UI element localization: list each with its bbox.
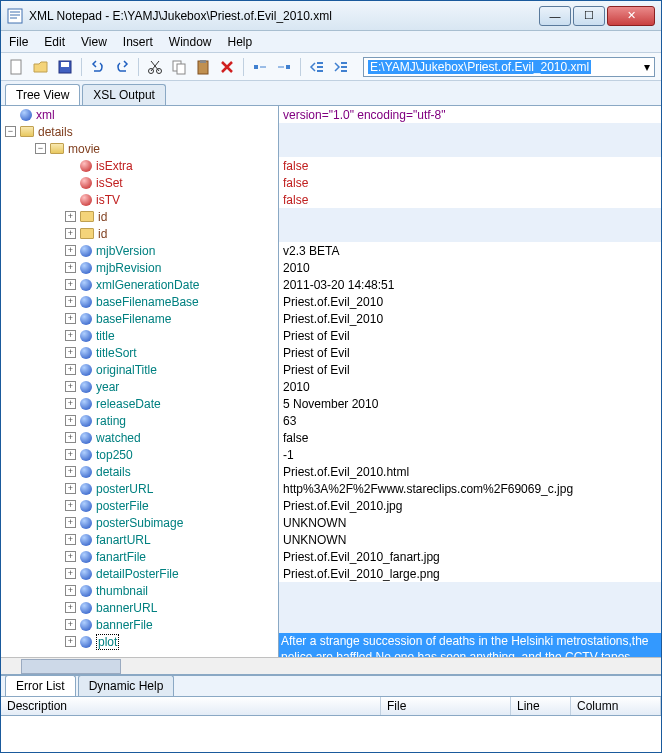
insert-before-button[interactable] bbox=[250, 57, 270, 77]
tab-dynamic-help[interactable]: Dynamic Help bbox=[78, 675, 175, 696]
node-posterurl[interactable]: posterURL bbox=[96, 482, 153, 496]
value-xmlgendate[interactable]: 2011-03-20 14:48:51 bbox=[279, 276, 661, 293]
expander[interactable]: + bbox=[65, 398, 76, 409]
node-year[interactable]: year bbox=[96, 380, 119, 394]
node-xml[interactable]: xml bbox=[36, 108, 55, 122]
node-isset[interactable]: isSet bbox=[96, 176, 123, 190]
redo-button[interactable] bbox=[112, 57, 132, 77]
outdent-button[interactable] bbox=[307, 57, 327, 77]
node-details[interactable]: details bbox=[38, 125, 73, 139]
node-basefilename[interactable]: baseFilename bbox=[96, 312, 171, 326]
value-fanartfile[interactable]: Priest.of.Evil_2010_fanart.jpg bbox=[279, 548, 661, 565]
value-details[interactable]: Priest.of.Evil_2010.html bbox=[279, 463, 661, 480]
expander[interactable]: + bbox=[65, 585, 76, 596]
node-istv[interactable]: isTV bbox=[96, 193, 120, 207]
expander[interactable]: + bbox=[65, 347, 76, 358]
node-movie[interactable]: movie bbox=[68, 142, 100, 156]
value-titlesort[interactable]: Priest of Evil bbox=[279, 344, 661, 361]
node-watched[interactable]: watched bbox=[96, 431, 141, 445]
col-column[interactable]: Column bbox=[571, 697, 661, 715]
node-isextra[interactable]: isExtra bbox=[96, 159, 133, 173]
address-bar[interactable]: E:\YAMJ\Jukebox\Priest.of.Evil_2010.xml … bbox=[363, 57, 655, 77]
node-postersubimage[interactable]: posterSubimage bbox=[96, 516, 183, 530]
expander[interactable]: + bbox=[65, 500, 76, 511]
col-line[interactable]: Line bbox=[511, 697, 571, 715]
menu-help[interactable]: Help bbox=[228, 35, 253, 49]
expander[interactable]: + bbox=[65, 415, 76, 426]
value-top250[interactable]: -1 bbox=[279, 446, 661, 463]
expander[interactable]: + bbox=[65, 517, 76, 528]
value-title[interactable]: Priest of Evil bbox=[279, 327, 661, 344]
paste-button[interactable] bbox=[193, 57, 213, 77]
value-istv[interactable]: false bbox=[279, 191, 661, 208]
col-description[interactable]: Description bbox=[1, 697, 381, 715]
value-basefilename[interactable]: Priest.of.Evil_2010 bbox=[279, 310, 661, 327]
expander[interactable]: + bbox=[65, 534, 76, 545]
indent-button[interactable] bbox=[331, 57, 351, 77]
expander[interactable]: + bbox=[65, 364, 76, 375]
maximize-button[interactable]: ☐ bbox=[573, 6, 605, 26]
value-fanarturl[interactable]: UNKNOWN bbox=[279, 531, 661, 548]
value-detailposterfile[interactable]: Priest.of.Evil_2010_large.png bbox=[279, 565, 661, 582]
expander[interactable]: + bbox=[65, 245, 76, 256]
expander[interactable]: + bbox=[65, 619, 76, 630]
tab-error-list[interactable]: Error List bbox=[5, 675, 76, 696]
menu-edit[interactable]: Edit bbox=[44, 35, 65, 49]
node-thumbnail[interactable]: thumbnail bbox=[96, 584, 148, 598]
cut-button[interactable] bbox=[145, 57, 165, 77]
insert-after-button[interactable] bbox=[274, 57, 294, 77]
node-fanarturl[interactable]: fanartURL bbox=[96, 533, 151, 547]
expander[interactable]: + bbox=[65, 602, 76, 613]
node-releasedate[interactable]: releaseDate bbox=[96, 397, 161, 411]
node-bannerfile[interactable]: bannerFile bbox=[96, 618, 153, 632]
expander[interactable]: + bbox=[65, 636, 76, 647]
expander[interactable]: + bbox=[65, 313, 76, 324]
node-detailposterfile[interactable]: detailPosterFile bbox=[96, 567, 179, 581]
node-id[interactable]: id bbox=[98, 210, 107, 224]
node-posterfile[interactable]: posterFile bbox=[96, 499, 149, 513]
horizontal-scrollbar[interactable] bbox=[1, 657, 661, 674]
value-posterfile[interactable]: Priest.of.Evil_2010.jpg bbox=[279, 497, 661, 514]
expander[interactable]: + bbox=[65, 432, 76, 443]
close-button[interactable]: ✕ bbox=[607, 6, 655, 26]
node-mjbversion[interactable]: mjbVersion bbox=[96, 244, 155, 258]
value-releasedate[interactable]: 5 November 2010 bbox=[279, 395, 661, 412]
node-id[interactable]: id bbox=[98, 227, 107, 241]
tab-tree-view[interactable]: Tree View bbox=[5, 84, 80, 105]
expander[interactable]: + bbox=[65, 568, 76, 579]
node-mjbrevision[interactable]: mjbRevision bbox=[96, 261, 161, 275]
menu-insert[interactable]: Insert bbox=[123, 35, 153, 49]
expander[interactable]: + bbox=[65, 262, 76, 273]
value-rating[interactable]: 63 bbox=[279, 412, 661, 429]
node-fanartfile[interactable]: fanartFile bbox=[96, 550, 146, 564]
node-bannerurl[interactable]: bannerURL bbox=[96, 601, 157, 615]
expander[interactable]: + bbox=[65, 228, 76, 239]
node-basefilenamebase[interactable]: baseFilenameBase bbox=[96, 295, 199, 309]
node-titlesort[interactable]: titleSort bbox=[96, 346, 137, 360]
node-xmlgendate[interactable]: xmlGenerationDate bbox=[96, 278, 199, 292]
value-posterurl[interactable]: http%3A%2F%2Fwww.stareclips.com%2F69069_… bbox=[279, 480, 661, 497]
dropdown-icon[interactable]: ▾ bbox=[644, 60, 650, 74]
minimize-button[interactable]: — bbox=[539, 6, 571, 26]
value-year[interactable]: 2010 bbox=[279, 378, 661, 395]
tree-column[interactable]: xml −details −movie isExtra isSet isTV +… bbox=[1, 106, 279, 657]
expander[interactable]: + bbox=[65, 551, 76, 562]
scroll-thumb[interactable] bbox=[21, 659, 121, 674]
node-plot[interactable]: plot bbox=[96, 634, 119, 650]
tab-xsl-output[interactable]: XSL Output bbox=[82, 84, 166, 105]
value-plot[interactable]: After a strange succession of deaths in … bbox=[279, 633, 661, 657]
value-postersubimage[interactable]: UNKNOWN bbox=[279, 514, 661, 531]
save-button[interactable] bbox=[55, 57, 75, 77]
copy-button[interactable] bbox=[169, 57, 189, 77]
value-watched[interactable]: false bbox=[279, 429, 661, 446]
node-top250[interactable]: top250 bbox=[96, 448, 133, 462]
node-rating[interactable]: rating bbox=[96, 414, 126, 428]
expander[interactable]: + bbox=[65, 449, 76, 460]
expander[interactable]: + bbox=[65, 296, 76, 307]
value-isset[interactable]: false bbox=[279, 174, 661, 191]
menu-file[interactable]: File bbox=[9, 35, 28, 49]
undo-button[interactable] bbox=[88, 57, 108, 77]
expander[interactable]: + bbox=[65, 466, 76, 477]
value-isextra[interactable]: false bbox=[279, 157, 661, 174]
delete-button[interactable] bbox=[217, 57, 237, 77]
